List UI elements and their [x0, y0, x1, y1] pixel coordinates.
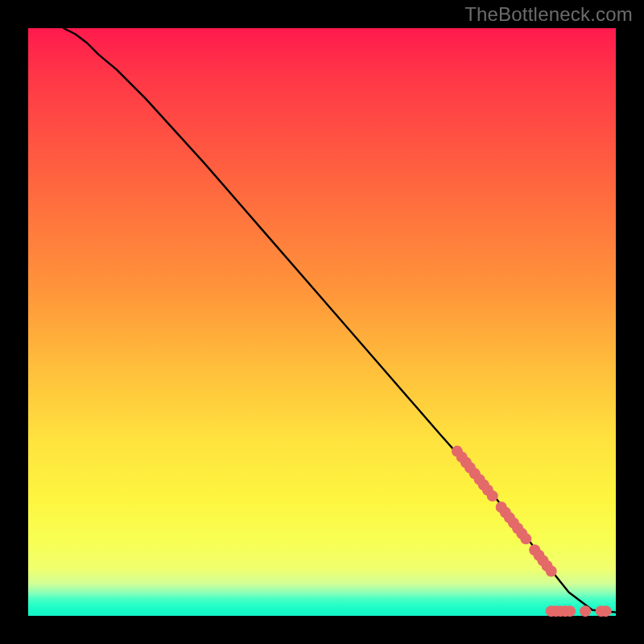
- data-point: [601, 605, 612, 617]
- data-point: [487, 490, 498, 502]
- curve-svg: [28, 28, 616, 616]
- markers-group: [452, 446, 612, 617]
- data-point: [564, 605, 576, 617]
- data-point: [520, 533, 531, 544]
- data-point: [546, 566, 557, 577]
- chart-frame: TheBottleneck.com: [0, 0, 644, 644]
- plot-area: [28, 28, 616, 616]
- watermark-text: TheBottleneck.com: [464, 3, 633, 26]
- main-curve: [64, 28, 616, 613]
- data-point: [580, 605, 591, 617]
